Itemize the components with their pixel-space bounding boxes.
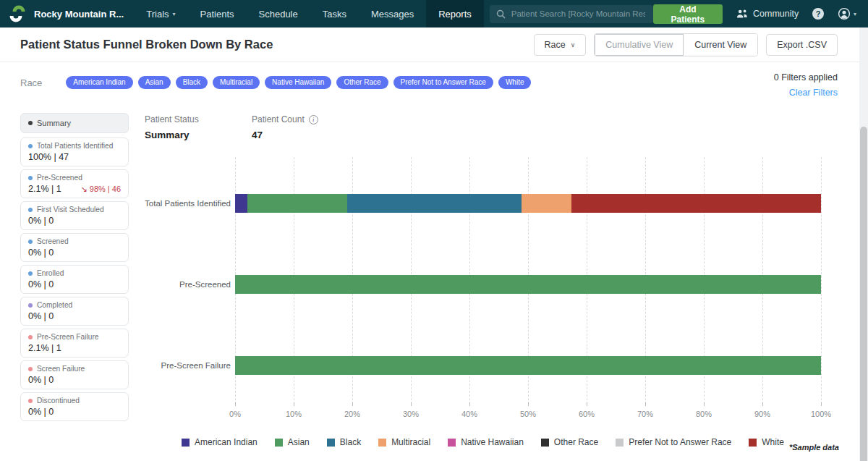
- x-tick-label: 90%: [754, 410, 770, 418]
- current-view-button[interactable]: Current View: [684, 34, 757, 56]
- race-chip-american-indian[interactable]: American Indian: [66, 76, 132, 89]
- bar-segment-american-indian[interactable]: [235, 194, 247, 213]
- x-tick-label: 30%: [403, 410, 419, 418]
- race-chip-other-race[interactable]: Other Race: [336, 76, 388, 89]
- x-tick-label: 10%: [286, 410, 302, 418]
- filter-bar: Race American IndianAsianBlackMultiracia…: [0, 62, 868, 110]
- nav-item-patients[interactable]: Patients: [188, 0, 247, 28]
- axis-tick: [821, 402, 822, 406]
- title-actions: Race ∨ Cumulative View Current View Expo…: [534, 33, 838, 56]
- legend-swatch-icon: [378, 439, 386, 447]
- site-name[interactable]: Rocky Mountain R...: [34, 9, 124, 20]
- export-csv-button[interactable]: Export .CSV: [766, 34, 838, 56]
- add-patients-button[interactable]: Add Patients: [653, 4, 723, 24]
- axis-tick: [294, 402, 294, 406]
- bar-row-total-patients-identified: [235, 194, 821, 213]
- race-dropdown-button[interactable]: Race ∨: [534, 34, 587, 56]
- legend-label: Other Race: [554, 437, 598, 447]
- cumulative-view-button[interactable]: Cumulative View: [595, 34, 684, 56]
- nav-item-reports[interactable]: Reports: [426, 0, 484, 28]
- axis-tick: [352, 402, 353, 406]
- legend-swatch-icon: [275, 439, 283, 447]
- legend-item-other-race: Other Race: [541, 437, 598, 447]
- nav-item-schedule[interactable]: Schedule: [247, 0, 310, 28]
- chevron-down-icon: ∨: [571, 41, 576, 48]
- nav-item-label: Messages: [371, 9, 414, 20]
- navbar-right: Add Patients Community ? ▾: [653, 4, 868, 24]
- axis-tick: [469, 402, 470, 406]
- legend-label: Multiracial: [391, 437, 430, 447]
- category-label-pre-screened: Pre-Screened: [127, 275, 231, 294]
- scrollbar-thumb[interactable]: [860, 127, 867, 461]
- race-chip-multiracial[interactable]: Multiracial: [213, 76, 260, 89]
- page-title: Patient Status Funnel Broken Down By Rac…: [20, 38, 273, 51]
- navbar: Rocky Mountain R... Trials▾PatientsSched…: [0, 0, 868, 28]
- community-link[interactable]: Community: [736, 9, 799, 19]
- bar-segment-asian[interactable]: [235, 275, 821, 294]
- race-chip-native-hawaiian[interactable]: Native Hawaiian: [265, 76, 331, 89]
- nav-item-label: Schedule: [259, 9, 298, 20]
- nav-item-messages[interactable]: Messages: [359, 0, 426, 28]
- race-chip-black[interactable]: Black: [176, 76, 208, 89]
- patient-count-label: Patient Count: [252, 114, 305, 124]
- bar-segment-white[interactable]: [571, 194, 821, 213]
- view-toggle-group: Cumulative View Current View: [594, 33, 758, 56]
- legend-item-american-indian: American Indian: [182, 437, 258, 447]
- x-tick-label: 60%: [579, 410, 595, 418]
- sample-data-note: *Sample data: [789, 443, 839, 452]
- nav-item-tasks[interactable]: Tasks: [310, 0, 359, 28]
- user-avatar-icon: [838, 7, 851, 20]
- patient-status-header: Patient Status Summary: [145, 114, 199, 140]
- patient-search-input[interactable]: [510, 9, 647, 19]
- x-tick-label: 70%: [637, 410, 653, 418]
- bar-segment-black[interactable]: [347, 194, 522, 213]
- patient-status-value: Summary: [145, 130, 199, 140]
- legend-swatch-icon: [448, 439, 456, 447]
- axis-tick: [587, 402, 587, 406]
- x-tick-label: 40%: [461, 410, 477, 418]
- clear-filters-link[interactable]: Clear Filters: [774, 88, 838, 98]
- axis-tick: [411, 402, 412, 406]
- axis-tick: [235, 402, 236, 406]
- filters-applied-text: 0 Filters applied: [774, 72, 838, 83]
- race-chip-prefer-not-to-answer-race[interactable]: Prefer Not to Answer Race: [393, 76, 493, 89]
- axis-tick: [704, 402, 705, 406]
- bar-segment-asian[interactable]: [235, 356, 821, 375]
- bar-row-pre-screen-failure: [235, 356, 821, 375]
- legend-swatch-icon: [327, 439, 335, 447]
- app-logo-icon: [8, 4, 27, 23]
- community-people-icon: [736, 9, 748, 19]
- axis-tick: [528, 402, 529, 406]
- bar-row-pre-screened: [235, 275, 821, 294]
- filters-meta: 0 Filters applied Clear Filters: [774, 72, 838, 98]
- bar-segment-asian[interactable]: [247, 194, 347, 213]
- legend-item-prefer-not-to-answer-race: Prefer Not to Answer Race: [616, 437, 731, 447]
- x-tick-label: 0%: [229, 410, 241, 418]
- legend-swatch-icon: [616, 439, 624, 447]
- patient-search-box[interactable]: [490, 5, 653, 23]
- race-dropdown-label: Race: [545, 40, 566, 50]
- nav-item-label: Tasks: [323, 9, 346, 20]
- title-bar: Patient Status Funnel Broken Down By Rac…: [0, 28, 868, 62]
- axis-tick: [645, 402, 646, 406]
- race-chip-white[interactable]: White: [498, 76, 532, 89]
- bar-segment-multiracial[interactable]: [522, 194, 571, 213]
- user-menu[interactable]: ▾: [838, 7, 856, 20]
- category-label-pre-screen-failure: Pre-Screen Failure: [127, 356, 231, 375]
- legend-label: White: [762, 437, 784, 447]
- help-icon[interactable]: ?: [812, 8, 824, 20]
- patient-count-header: Patient Count i 47: [252, 114, 318, 140]
- legend-swatch-icon: [541, 439, 549, 447]
- legend-label: Native Hawaiian: [461, 437, 524, 447]
- race-chip-asian[interactable]: Asian: [138, 76, 171, 89]
- info-icon[interactable]: i: [309, 115, 318, 124]
- nav-item-label: Reports: [438, 9, 472, 20]
- plot-area: 0%10%20%30%40%50%60%70%80%90%100%Total P…: [235, 156, 821, 404]
- x-tick-label: 50%: [520, 410, 536, 418]
- nav-item-trials[interactable]: Trials▾: [134, 0, 187, 28]
- legend-label: Prefer Not to Answer Race: [629, 437, 731, 447]
- x-tick-label: 100%: [811, 410, 831, 418]
- nav-item-label: Patients: [200, 9, 234, 20]
- chevron-down-icon: ▾: [173, 11, 176, 17]
- page-scrollbar[interactable]: [859, 28, 868, 461]
